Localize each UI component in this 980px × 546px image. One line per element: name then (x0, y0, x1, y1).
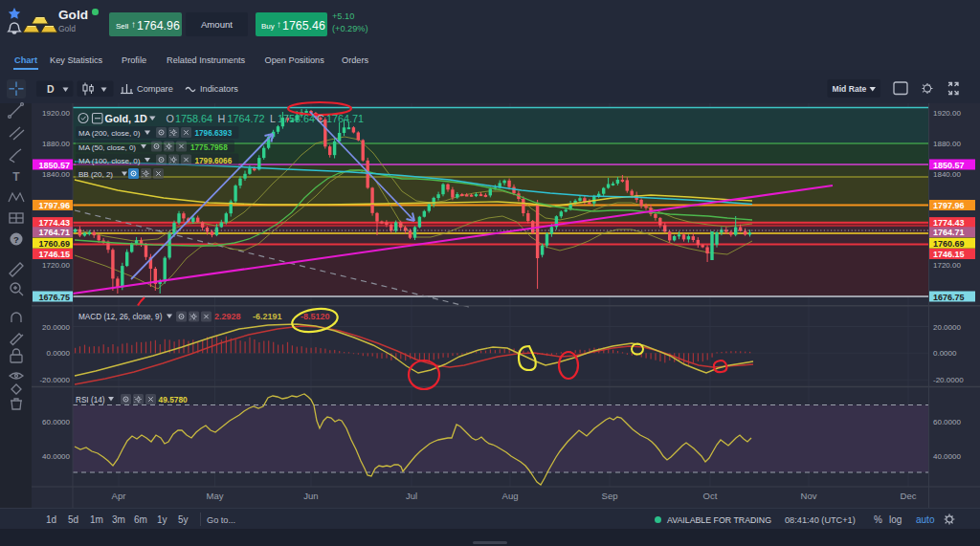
svg-text:1676.75: 1676.75 (38, 293, 70, 302)
svg-text:1799.6066: 1799.6066 (195, 157, 233, 165)
svg-text:1760.69: 1760.69 (38, 239, 70, 249)
svg-text:L: L (270, 113, 276, 124)
svg-text:1840.00: 1840.00 (42, 170, 70, 179)
svg-text:40.0000: 40.0000 (933, 452, 961, 461)
svg-text:1764.72: 1764.72 (228, 113, 265, 124)
svg-text:-20.0000: -20.0000 (39, 376, 70, 384)
svg-text:T: T (12, 170, 20, 184)
svg-text:MACD (12, 26, close, 9): MACD (12, 26, close, 9) (78, 313, 163, 321)
svg-text:1920.00: 1920.00 (42, 109, 70, 118)
svg-text:-20.0000: -20.0000 (933, 376, 964, 384)
svg-text:Aug: Aug (502, 491, 519, 501)
svg-text:2.2928: 2.2928 (214, 312, 241, 321)
svg-text:60.0000: 60.0000 (933, 418, 961, 426)
svg-text:1920.00: 1920.00 (933, 109, 961, 118)
svg-text:1676.75: 1676.75 (933, 293, 965, 302)
svg-text:1850.57: 1850.57 (38, 161, 70, 170)
svg-text:Indicators: Indicators (200, 84, 238, 94)
svg-text:1775.7958: 1775.7958 (190, 143, 228, 152)
svg-text:1720.00: 1720.00 (42, 261, 70, 270)
svg-text:Mid Rate: Mid Rate (833, 84, 867, 94)
svg-text:1797.96: 1797.96 (38, 201, 70, 210)
svg-text:40.0000: 40.0000 (42, 452, 70, 461)
svg-text:1760.69: 1760.69 (933, 239, 965, 249)
svg-text:MA (200, close, 0): MA (200, close, 0) (78, 129, 141, 138)
svg-text:Gold, 1D: Gold, 1D (105, 113, 148, 124)
svg-text:RSI (14): RSI (14) (76, 396, 105, 404)
svg-text:1764.71: 1764.71 (933, 228, 965, 237)
svg-text:D: D (47, 83, 55, 95)
svg-text:Nov: Nov (801, 491, 817, 501)
svg-text:1764.71: 1764.71 (38, 228, 70, 237)
svg-text:Jul: Jul (406, 491, 417, 501)
svg-text:1774.43: 1774.43 (38, 218, 70, 228)
svg-text:1880.00: 1880.00 (933, 140, 961, 148)
svg-text:20.0000: 20.0000 (42, 323, 70, 332)
svg-text:20.0000: 20.0000 (933, 323, 961, 332)
svg-text:1764.71: 1764.71 (326, 113, 364, 124)
svg-text:Oct: Oct (703, 491, 718, 501)
svg-text:0.0000: 0.0000 (47, 349, 71, 358)
svg-text:1758.64: 1758.64 (175, 113, 212, 124)
svg-text:1746.15: 1746.15 (933, 250, 965, 259)
svg-text:1850.57: 1850.57 (933, 161, 965, 170)
svg-text:O: O (167, 113, 174, 124)
svg-text:-6.2191: -6.2191 (253, 312, 282, 321)
svg-text:1746.15: 1746.15 (38, 250, 70, 259)
svg-text:MA (50, close, 0): MA (50, close, 0) (78, 143, 136, 152)
svg-text:Jun: Jun (303, 491, 318, 501)
svg-text:BB (20, 2): BB (20, 2) (78, 170, 113, 179)
svg-text:-8.5120: -8.5120 (301, 312, 330, 321)
svg-text:MA (100, close, 0): MA (100, close, 0) (78, 157, 141, 165)
svg-text:Dec: Dec (901, 491, 917, 501)
svg-text:Compare: Compare (137, 84, 173, 94)
svg-text:H: H (218, 113, 226, 124)
svg-text:Sep: Sep (602, 491, 618, 501)
svg-text:May: May (207, 491, 224, 501)
svg-text:0.0000: 0.0000 (933, 349, 957, 358)
svg-text:1880.00: 1880.00 (42, 140, 70, 148)
svg-text:?: ? (13, 234, 19, 245)
svg-text:49.5780: 49.5780 (159, 395, 189, 404)
svg-text:1774.43: 1774.43 (933, 218, 965, 228)
svg-text:1796.6393: 1796.6393 (195, 129, 233, 138)
svg-text:C: C (317, 113, 324, 124)
svg-text:60.0000: 60.0000 (42, 418, 70, 426)
svg-text:1758.64: 1758.64 (278, 113, 315, 124)
svg-text:Apr: Apr (112, 491, 126, 501)
svg-text:1720.00: 1720.00 (933, 261, 961, 270)
svg-text:1797.96: 1797.96 (933, 201, 965, 210)
svg-text:1840.00: 1840.00 (933, 170, 961, 179)
